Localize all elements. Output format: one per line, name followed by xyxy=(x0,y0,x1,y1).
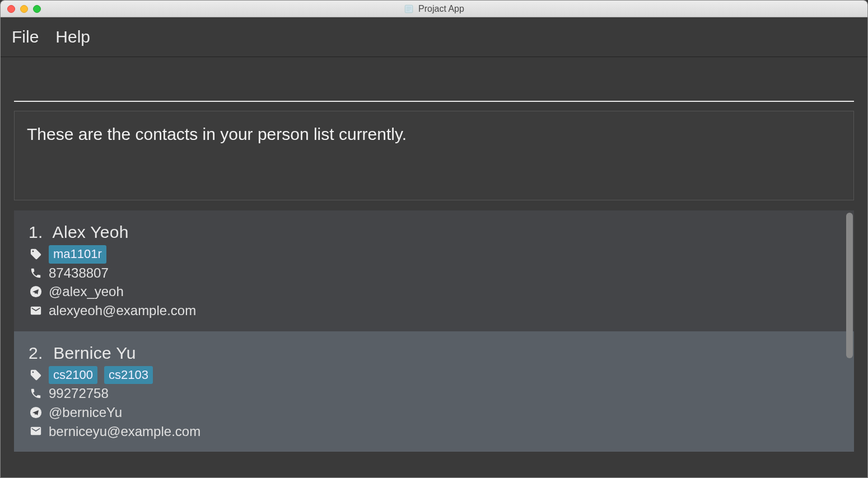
contact-field-row: cs2100cs2103 xyxy=(29,366,839,385)
contact-telegram: @berniceYu xyxy=(49,403,122,422)
tag: ma1101r xyxy=(49,245,106,264)
contact-card[interactable]: 1. Alex Yeohma1101r87438807@alex_yeohale… xyxy=(14,210,854,331)
window-title-text: Projact App xyxy=(418,4,464,14)
titlebar-title: Projact App xyxy=(404,4,464,14)
phone-icon xyxy=(29,387,43,400)
contact-index: 2. xyxy=(29,344,43,362)
contact-tags: ma1101r xyxy=(49,245,106,264)
contact-field-row: alexyeoh@example.com xyxy=(29,301,839,320)
contact-tags: cs2100cs2103 xyxy=(49,366,153,385)
titlebar: Projact App xyxy=(1,1,867,17)
zoom-window-button[interactable] xyxy=(33,5,41,13)
contact-phone: 99272758 xyxy=(49,384,109,403)
contact-phone: 87438807 xyxy=(49,264,109,283)
tag: cs2103 xyxy=(104,366,153,385)
mail-icon xyxy=(29,304,43,317)
contact-email: alexyeoh@example.com xyxy=(49,301,196,320)
contact-name-row: 2. Bernice Yu xyxy=(29,344,839,363)
command-box-area xyxy=(1,57,867,102)
menu-help[interactable]: Help xyxy=(55,27,90,46)
command-input[interactable] xyxy=(14,67,854,102)
telegram-icon xyxy=(29,406,43,419)
contact-field-row: @alex_yeoh xyxy=(29,282,839,301)
contact-card[interactable]: 2. Bernice Yucs2100cs210399272758@bernic… xyxy=(14,331,854,452)
contact-field-row: 87438807 xyxy=(29,264,839,283)
menubar: File Help xyxy=(1,17,867,57)
tag-icon xyxy=(29,369,43,381)
menu-file[interactable]: File xyxy=(12,27,39,46)
contact-email: berniceyu@example.com xyxy=(49,422,200,441)
telegram-icon xyxy=(29,285,43,298)
mail-icon xyxy=(29,425,43,437)
contact-field-row: ma1101r xyxy=(29,245,839,264)
result-display: These are the contacts in your person li… xyxy=(14,111,854,200)
contact-field-row: 99272758 xyxy=(29,384,839,403)
phone-icon xyxy=(29,267,43,279)
window-controls xyxy=(1,5,41,13)
contact-field-row: berniceyu@example.com xyxy=(29,422,839,441)
app-window: Projact App File Help These are the cont… xyxy=(0,0,868,478)
contact-name: Bernice Yu xyxy=(49,344,136,362)
contact-name: Alex Yeoh xyxy=(49,223,129,241)
contact-index: 1. xyxy=(29,223,43,241)
app-icon xyxy=(404,4,414,14)
tag-icon xyxy=(29,248,43,260)
contact-name-row: 1. Alex Yeoh xyxy=(29,223,839,242)
contact-field-row: @berniceYu xyxy=(29,403,839,422)
tag: cs2100 xyxy=(49,366,97,385)
result-message: These are the contacts in your person li… xyxy=(27,125,841,144)
close-window-button[interactable] xyxy=(7,5,15,13)
scrollbar-thumb[interactable] xyxy=(846,213,853,358)
contact-telegram: @alex_yeoh xyxy=(49,282,124,301)
minimize-window-button[interactable] xyxy=(20,5,28,13)
contact-list[interactable]: 1. Alex Yeohma1101r87438807@alex_yeohale… xyxy=(14,210,854,477)
